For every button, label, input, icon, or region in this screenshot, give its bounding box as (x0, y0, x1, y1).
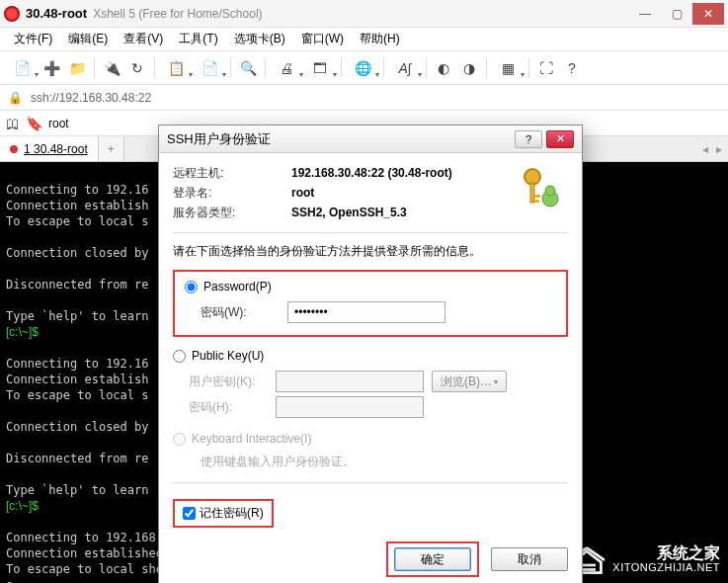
search-icon[interactable]: 🔍 (236, 56, 260, 80)
keyboard-interactive-radio (173, 433, 186, 446)
pk-password-label: 密码(H): (189, 399, 268, 416)
remember-password-checkbox[interactable] (183, 507, 196, 520)
print-icon[interactable]: 🖨▾ (271, 56, 302, 80)
tab-active[interactable]: 1 30.48-root (0, 136, 99, 161)
font-icon[interactable]: A∫▾ (389, 56, 421, 80)
svg-rect-5 (534, 200, 539, 203)
tab-label: 1 30.48-root (24, 142, 88, 156)
publickey-section: Public Key(U) 用户密钥(K): 浏览(B)… ▾ 密码(H): (173, 345, 568, 428)
tab-status-dot-icon (10, 145, 18, 153)
watermark: 系统之家 XITONGZHIJIA.NET (569, 545, 720, 575)
tile-icon[interactable]: ▦▾ (492, 56, 524, 80)
app-icon (4, 6, 20, 22)
new-session-icon[interactable]: 📄▾ (6, 56, 38, 80)
window-title-main: 30.48-root (26, 6, 87, 21)
publickey-radio-label: Public Key(U) (192, 349, 264, 363)
publickey-radio[interactable] (173, 350, 186, 363)
password-section: Password(P) 密码(W): (173, 270, 568, 337)
dialog-help-button[interactable]: ? (515, 130, 542, 148)
paste-icon[interactable]: 📄▾ (194, 56, 225, 80)
maximize-button[interactable]: ▢ (661, 3, 692, 25)
password-field-label: 密码(W): (201, 304, 280, 321)
password-radio[interactable] (185, 281, 198, 293)
ssh-auth-dialog: SSH用户身份验证 ? ✕ 远程主机:192.168.30.48:22 (30.… (158, 125, 583, 583)
dialog-title: SSH用户身份验证 (167, 130, 271, 148)
menu-window[interactable]: 窗口(W) (295, 29, 350, 49)
login-name-value: root (291, 183, 314, 203)
xftp-icon[interactable]: ◑ (457, 56, 481, 80)
key-user-icon (513, 163, 568, 218)
add-icon[interactable]: ➕ (40, 56, 63, 80)
dialog-titlebar: SSH用户身份验证 ? ✕ (159, 125, 582, 153)
cancel-button[interactable]: 取消 (491, 547, 568, 571)
userkey-input (276, 371, 424, 392)
xshell-icon[interactable]: ◐ (432, 56, 455, 80)
menu-tools[interactable]: 工具(T) (173, 29, 223, 49)
toolbar: 📄▾ ➕ 📁 🔌 ↻ 📋▾ 📄▾ 🔍 🖨▾ 🗔▾ 🌐▾ A∫▾ ◐ ◑ ▦▾ ⛶… (0, 51, 728, 85)
watermark-cn: 系统之家 (612, 546, 720, 560)
lock-icon: 🔒 (8, 91, 23, 105)
reconnect-icon[interactable]: ↻ (125, 56, 149, 80)
copy-icon[interactable]: 📋▾ (160, 56, 192, 80)
password-input[interactable] (287, 301, 445, 323)
connect-icon[interactable]: 🔌 (100, 56, 123, 80)
keyboard-interactive-section: Keyboard Interactive(I) 使用键盘输入用户身份验证。 (173, 428, 568, 476)
bookmark-add-icon[interactable]: 🕮 (6, 116, 20, 131)
close-button[interactable]: ✕ (692, 3, 724, 25)
bookmark-icon[interactable]: 🔖 (26, 116, 42, 131)
remote-host-value: 192.168.30.48:22 (30.48-root) (291, 163, 452, 183)
tab-next-icon[interactable]: ▸ (716, 142, 722, 156)
properties-icon[interactable]: 🗔▾ (304, 56, 336, 80)
ok-button[interactable]: 确定 (394, 547, 471, 571)
window-title-sub: Xshell 5 (Free for Home/School) (93, 7, 262, 21)
userkey-label: 用户密钥(K): (189, 374, 268, 390)
keyboard-interactive-sub: 使用键盘输入用户身份验证。 (201, 454, 568, 470)
password-radio-label: Password(P) (203, 280, 272, 293)
dialog-close-button[interactable]: ✕ (546, 130, 574, 148)
pk-password-input (276, 396, 424, 418)
svg-rect-4 (534, 195, 540, 198)
dialog-instruction: 请在下面选择恰当的身份验证方法并提供登录所需的信息。 (173, 243, 568, 260)
globe-icon[interactable]: 🌐▾ (347, 56, 378, 80)
menu-help[interactable]: 帮助(H) (354, 29, 406, 49)
dialog-info: 远程主机:192.168.30.48:22 (30.48-root) 登录名:r… (173, 163, 503, 222)
menu-tabs[interactable]: 选项卡(B) (228, 29, 291, 49)
fullscreen-icon[interactable]: ⛶ (534, 56, 558, 80)
login-name-label: 登录名: (173, 183, 291, 203)
menu-bar: 文件(F) 编辑(E) 查看(V) 工具(T) 选项卡(B) 窗口(W) 帮助(… (0, 28, 728, 51)
address-url[interactable]: ssh://192.168.30.48:22 (31, 91, 151, 105)
remember-password-box: 记住密码(R) (173, 499, 274, 528)
remember-password-label: 记住密码(R) (200, 505, 264, 522)
watermark-url: XITONGZHIJIA.NET (612, 560, 720, 574)
menu-view[interactable]: 查看(V) (118, 29, 169, 49)
server-type-value: SSH2, OpenSSH_5.3 (291, 203, 407, 222)
address-bar: 🔒 ssh://192.168.30.48:22 (0, 85, 728, 111)
minimize-button[interactable]: — (629, 3, 661, 25)
keyboard-interactive-label: Keyboard Interactive(I) (192, 432, 311, 446)
svg-rect-3 (530, 183, 534, 203)
svg-point-7 (545, 186, 555, 196)
menu-edit[interactable]: 编辑(E) (62, 29, 114, 49)
folder-icon[interactable]: 📁 (65, 56, 89, 80)
tab-add-button[interactable]: + (99, 136, 124, 161)
bookmark-root[interactable]: root (48, 117, 69, 130)
server-type-label: 服务器类型: (173, 203, 291, 222)
remote-host-label: 远程主机: (173, 163, 291, 183)
window-titlebar: 30.48-root Xshell 5 (Free for Home/Schoo… (0, 0, 728, 28)
tab-prev-icon[interactable]: ◂ (702, 142, 708, 156)
help-icon[interactable]: ? (560, 56, 584, 80)
menu-file[interactable]: 文件(F) (8, 29, 58, 49)
browse-button[interactable]: 浏览(B)… ▾ (432, 371, 507, 392)
